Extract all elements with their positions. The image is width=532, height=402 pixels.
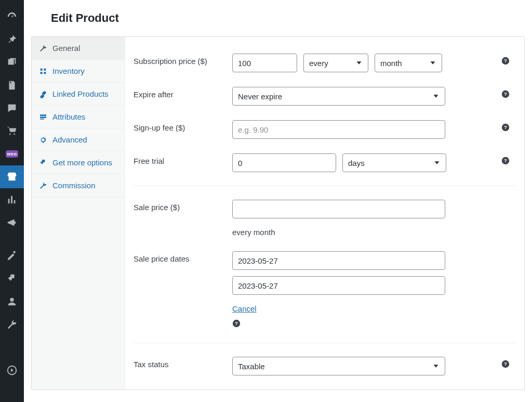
gear-icon bbox=[39, 136, 47, 144]
help-icon[interactable]: ? bbox=[501, 357, 516, 370]
tab-advanced[interactable]: Advanced bbox=[32, 128, 125, 151]
sale-date-from-input[interactable] bbox=[232, 251, 445, 270]
row-sale-price: Sale price ($) every month bbox=[134, 186, 516, 244]
appearance-icon[interactable] bbox=[0, 244, 24, 267]
label-sale-price: Sale price ($) bbox=[134, 200, 232, 212]
tab-label: Commission bbox=[52, 181, 96, 190]
dashboard-icon[interactable] bbox=[0, 5, 24, 28]
inventory-icon bbox=[39, 67, 47, 75]
pages-icon[interactable] bbox=[0, 74, 24, 97]
fields-area: Subscription price ($) every month ? Exp… bbox=[125, 37, 524, 390]
tab-label: Inventory bbox=[52, 67, 85, 75]
product-tabs: General Inventory Linked Products Attrib… bbox=[32, 37, 125, 390]
marketing-icon[interactable] bbox=[0, 211, 24, 234]
sale-price-input[interactable] bbox=[232, 200, 445, 218]
page: Edit Product General Inventory Linked Pr… bbox=[24, 0, 532, 402]
tab-attributes[interactable]: Attributes bbox=[32, 106, 125, 128]
row-free-trial: Free trial days ? bbox=[134, 146, 516, 179]
label-sale-dates: Sale price dates bbox=[134, 251, 232, 263]
svg-text:?: ? bbox=[504, 158, 507, 163]
svg-text:?: ? bbox=[504, 91, 507, 97]
sale-date-to-input[interactable] bbox=[232, 276, 445, 295]
subscription-period-select[interactable]: month bbox=[375, 54, 442, 72]
svg-text:?: ? bbox=[504, 58, 507, 63]
page-header: Edit Product bbox=[24, 0, 532, 36]
svg-text:?: ? bbox=[504, 361, 507, 367]
plugins-icon[interactable] bbox=[0, 267, 24, 290]
row-sale-dates: Sale price dates Cancel ? bbox=[134, 244, 516, 336]
svg-text:?: ? bbox=[504, 124, 507, 130]
label-free-trial: Free trial bbox=[134, 153, 232, 165]
help-spacer bbox=[501, 251, 516, 254]
tools-icon[interactable] bbox=[0, 313, 24, 336]
row-expire-after: Expire after Never expire ? bbox=[134, 80, 516, 113]
page-title: Edit Product bbox=[51, 11, 510, 25]
signup-fee-input[interactable] bbox=[232, 120, 445, 139]
expire-after-select[interactable]: Never expire bbox=[232, 87, 445, 106]
product-data-panel: General Inventory Linked Products Attrib… bbox=[31, 36, 525, 390]
row-tax-status: Tax status Taxable ? bbox=[134, 343, 516, 383]
label-tax-status: Tax status bbox=[134, 357, 232, 369]
svg-text:?: ? bbox=[235, 320, 238, 326]
collapse-icon[interactable] bbox=[0, 359, 24, 382]
cancel-schedule-link[interactable]: Cancel bbox=[232, 304, 445, 313]
wrench-icon bbox=[39, 181, 47, 190]
tab-label: Get more options bbox=[52, 158, 112, 167]
settings-icon[interactable] bbox=[0, 336, 24, 359]
row-signup-fee: Sign-up fee ($) ? bbox=[134, 113, 516, 146]
help-icon[interactable]: ? bbox=[501, 87, 516, 100]
help-icon[interactable]: ? bbox=[501, 153, 516, 166]
subscription-price-input[interactable] bbox=[232, 54, 297, 72]
users-icon[interactable] bbox=[0, 290, 24, 313]
tab-label: Advanced bbox=[52, 135, 87, 144]
tab-label: Attributes bbox=[52, 112, 85, 121]
tab-general[interactable]: General bbox=[32, 37, 125, 60]
label-expire-after: Expire after bbox=[134, 87, 232, 99]
attributes-icon bbox=[39, 113, 47, 121]
tab-commission[interactable]: Commission bbox=[32, 174, 125, 197]
tab-inventory[interactable]: Inventory bbox=[32, 60, 125, 83]
tab-label: General bbox=[52, 44, 80, 53]
plug-icon bbox=[39, 159, 47, 167]
tax-status-select[interactable]: Taxable bbox=[232, 357, 445, 375]
help-icon[interactable]: ? bbox=[501, 120, 516, 133]
analytics-icon[interactable] bbox=[0, 188, 24, 211]
row-tax-class: Tax class Standard ? bbox=[134, 383, 516, 390]
media-icon[interactable] bbox=[0, 51, 24, 74]
separator bbox=[0, 234, 24, 244]
wrench-icon bbox=[39, 44, 47, 53]
help-icon[interactable]: ? bbox=[232, 319, 445, 329]
label-subscription-price: Subscription price ($) bbox=[134, 54, 232, 66]
link-icon bbox=[39, 90, 47, 98]
free-trial-length-input[interactable] bbox=[232, 153, 336, 172]
subscription-interval-select[interactable]: every bbox=[303, 54, 368, 72]
admin-sidebar: woo bbox=[0, 0, 24, 402]
label-signup-fee: Sign-up fee ($) bbox=[134, 120, 232, 132]
sale-price-note: every month bbox=[232, 228, 501, 237]
help-icon[interactable]: ? bbox=[501, 54, 516, 67]
comments-icon[interactable] bbox=[0, 97, 24, 120]
woo-icon[interactable]: woo bbox=[0, 142, 24, 165]
tab-label: Linked Products bbox=[52, 89, 109, 98]
pin-icon[interactable] bbox=[0, 28, 24, 51]
tab-get-more[interactable]: Get more options bbox=[32, 151, 125, 174]
tab-linked[interactable]: Linked Products bbox=[32, 83, 125, 106]
row-subscription-price: Subscription price ($) every month ? bbox=[134, 46, 516, 80]
products-icon[interactable] bbox=[0, 165, 24, 188]
cart-icon[interactable] bbox=[0, 120, 24, 142]
help-spacer bbox=[501, 200, 516, 203]
free-trial-unit-select[interactable]: days bbox=[342, 153, 446, 172]
